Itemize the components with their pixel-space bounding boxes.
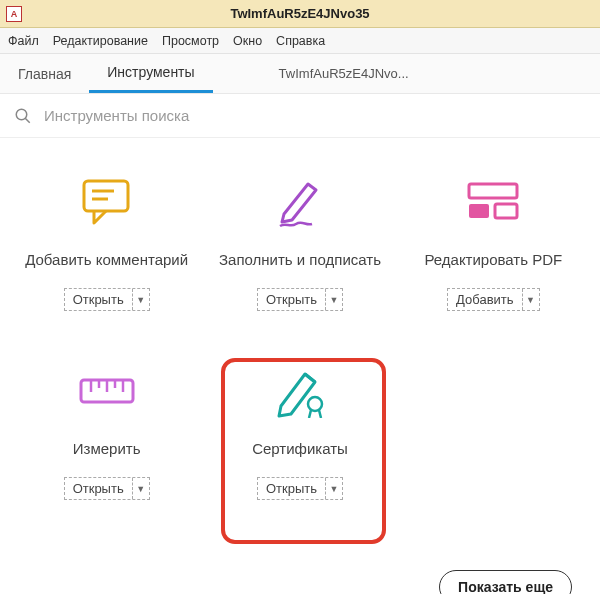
search-input[interactable] — [42, 106, 586, 125]
tool-fill-sign-button[interactable]: Открыть ▼ — [257, 288, 343, 311]
tool-comment-label: Добавить комментарий — [25, 240, 188, 280]
search-icon — [14, 107, 32, 125]
tab-home[interactable]: Главная — [0, 54, 89, 93]
tool-comment[interactable]: Добавить комментарий Открыть ▼ — [10, 170, 203, 311]
tool-measure-button[interactable]: Открыть ▼ — [64, 477, 150, 500]
svg-rect-6 — [469, 204, 489, 218]
svg-point-0 — [16, 109, 27, 120]
svg-rect-7 — [495, 204, 517, 218]
svg-rect-5 — [469, 184, 517, 198]
fill-sign-icon — [272, 170, 328, 234]
tool-certificates-button[interactable]: Открыть ▼ — [257, 477, 343, 500]
svg-point-14 — [308, 397, 322, 411]
certificates-icon — [271, 359, 329, 423]
tool-edit-pdf[interactable]: Редактировать PDF Добавить ▼ — [397, 170, 590, 311]
chevron-down-icon[interactable]: ▼ — [326, 289, 342, 310]
measure-icon — [77, 359, 137, 423]
pdf-app-icon: A — [6, 6, 22, 22]
menu-file[interactable]: Файл — [8, 34, 39, 48]
edit-pdf-icon — [465, 170, 521, 234]
svg-rect-2 — [84, 181, 128, 211]
comment-icon — [78, 170, 136, 234]
tool-measure[interactable]: Измерить Открыть ▼ — [10, 359, 203, 500]
tool-edit-pdf-label: Редактировать PDF — [424, 240, 562, 280]
show-more-button[interactable]: Показать еще — [439, 570, 572, 594]
tool-fill-sign-label: Заполнить и подписать — [219, 240, 381, 280]
chevron-down-icon[interactable]: ▼ — [133, 478, 149, 499]
tool-measure-button-label: Открыть — [65, 478, 133, 499]
tab-tools[interactable]: Инструменты — [89, 54, 212, 93]
tool-measure-label: Измерить — [73, 429, 141, 469]
menu-help[interactable]: Справка — [276, 34, 325, 48]
chevron-down-icon[interactable]: ▼ — [326, 478, 342, 499]
tool-comment-button[interactable]: Открыть ▼ — [64, 288, 150, 311]
chevron-down-icon[interactable]: ▼ — [133, 289, 149, 310]
tabbar: Главная Инструменты TwImfAuR5zE4JNvo... — [0, 54, 600, 94]
chevron-down-icon[interactable]: ▼ — [523, 289, 539, 310]
tool-comment-button-label: Открыть — [65, 289, 133, 310]
tool-edit-pdf-button-label: Добавить — [448, 289, 522, 310]
menu-edit[interactable]: Редактирование — [53, 34, 148, 48]
tool-certificates-label: Сертификаты — [252, 429, 348, 469]
tool-certificates-button-label: Открыть — [258, 478, 326, 499]
tool-fill-sign-button-label: Открыть — [258, 289, 326, 310]
menu-view[interactable]: Просмотр — [162, 34, 219, 48]
tab-document[interactable]: TwImfAuR5zE4JNvo... — [261, 54, 427, 93]
svg-line-1 — [25, 118, 30, 123]
menu-window[interactable]: Окно — [233, 34, 262, 48]
window-title: TwImfAuR5zE4JNvo35 — [230, 6, 369, 21]
tool-certificates[interactable]: Сертификаты Открыть ▼ — [203, 359, 396, 500]
tool-fill-sign[interactable]: Заполнить и подписать Открыть ▼ — [203, 170, 396, 311]
search-bar — [0, 94, 600, 138]
tool-edit-pdf-button[interactable]: Добавить ▼ — [447, 288, 539, 311]
menubar: Файл Редактирование Просмотр Окно Справк… — [0, 28, 600, 54]
